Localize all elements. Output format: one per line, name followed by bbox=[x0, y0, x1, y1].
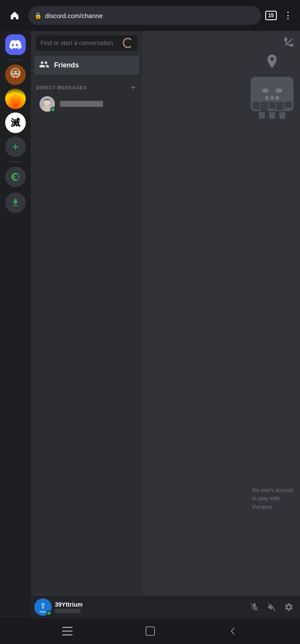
add-server-button[interactable]: + bbox=[5, 137, 26, 157]
wumpus-illustration bbox=[244, 55, 300, 119]
android-menu-button[interactable] bbox=[59, 623, 76, 640]
android-home-button[interactable] bbox=[142, 623, 159, 640]
no-friends-text: No one's around to play with Vumpus bbox=[248, 486, 300, 511]
location-pin-icon bbox=[265, 55, 279, 73]
svg-rect-15 bbox=[62, 631, 73, 632]
deafen-button[interactable] bbox=[264, 599, 279, 615]
right-panel: No one's around to play with Vumpus bbox=[142, 31, 300, 618]
user-controls bbox=[247, 599, 297, 615]
explore-button[interactable] bbox=[5, 167, 26, 187]
download-button[interactable] bbox=[5, 192, 26, 213]
add-dm-button[interactable]: + bbox=[129, 83, 137, 92]
sidebar-divider-2 bbox=[9, 161, 22, 162]
svg-point-2 bbox=[17, 71, 18, 73]
tab-count-badge[interactable]: 15 bbox=[265, 11, 277, 20]
dm-panel: Find or start a conversation Friends DIR… bbox=[31, 31, 142, 618]
settings-button[interactable] bbox=[281, 599, 297, 615]
dm-item[interactable] bbox=[34, 94, 139, 114]
svg-text:Yttriu: Yttriu bbox=[39, 611, 46, 613]
search-bar[interactable]: Find or start a conversation bbox=[36, 35, 137, 51]
android-back-button[interactable] bbox=[224, 623, 242, 640]
sidebar-divider bbox=[9, 59, 22, 60]
svg-rect-16 bbox=[62, 635, 73, 636]
svg-rect-3 bbox=[15, 77, 16, 80]
kanji-text: 滅 bbox=[11, 116, 20, 129]
svg-rect-14 bbox=[62, 627, 73, 628]
mute-button[interactable] bbox=[247, 599, 262, 615]
server-icon-mr-bean[interactable] bbox=[5, 64, 26, 85]
svg-point-1 bbox=[12, 71, 14, 73]
friends-icon bbox=[39, 61, 49, 70]
dm-avatar-container bbox=[39, 96, 55, 112]
search-placeholder: Find or start a conversation bbox=[40, 39, 119, 46]
dm-list bbox=[31, 94, 142, 618]
sidebar: 滅 + bbox=[0, 31, 31, 618]
search-bar-container: Find or start a conversation bbox=[31, 31, 142, 55]
dm-status-online bbox=[50, 107, 55, 112]
direct-messages-title: DIRECT MESSAGES bbox=[36, 85, 87, 90]
plus-icon: + bbox=[12, 141, 19, 153]
new-dm-icon[interactable] bbox=[283, 36, 295, 50]
user-bar: 39 Y Yttriu 39Yttrium bbox=[31, 596, 300, 618]
app-container: 滅 + Find or start a conversation bbox=[0, 31, 300, 618]
wumpus-body bbox=[251, 77, 294, 119]
dm-section-header: DIRECT MESSAGES + bbox=[31, 76, 142, 94]
browser-home-button[interactable] bbox=[5, 6, 24, 25]
friends-button[interactable]: Friends bbox=[34, 56, 139, 75]
address-bar[interactable]: 🔒 discord.com/channe bbox=[28, 6, 261, 25]
browser-chrome: 🔒 discord.com/channe 15 ⋮ bbox=[0, 0, 300, 31]
server-icon-fire[interactable] bbox=[5, 88, 26, 109]
browser-menu-button[interactable]: ⋮ bbox=[281, 6, 295, 25]
android-nav bbox=[0, 618, 300, 644]
username: 39Yttrium bbox=[55, 601, 243, 608]
user-avatar-container: 39 Y Yttriu bbox=[34, 598, 52, 616]
user-status-dot bbox=[46, 611, 52, 616]
user-info: 39Yttrium bbox=[55, 601, 243, 613]
dm-name-placeholder bbox=[60, 101, 103, 107]
discord-logo-button[interactable] bbox=[5, 34, 26, 55]
url-text: discord.com/channe bbox=[45, 12, 255, 19]
server-icon-kanji[interactable]: 滅 bbox=[5, 112, 26, 133]
svg-text:Y: Y bbox=[42, 605, 45, 610]
lock-icon: 🔒 bbox=[34, 12, 42, 19]
svg-rect-17 bbox=[146, 627, 155, 635]
friends-label: Friends bbox=[54, 61, 79, 69]
user-status-placeholder bbox=[55, 609, 81, 613]
loading-spinner bbox=[123, 38, 133, 48]
